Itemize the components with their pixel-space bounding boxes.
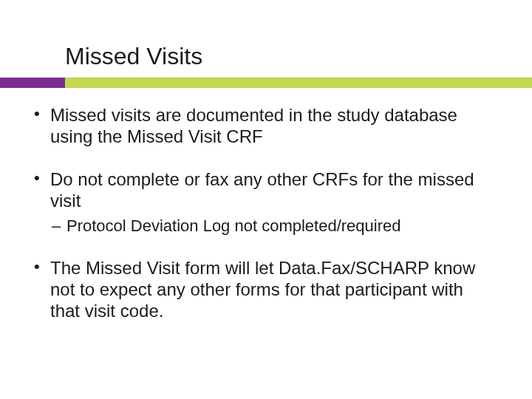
- content-area: Missed visits are documented in the stud…: [0, 88, 532, 321]
- bullet-item: Missed visits are documented in the stud…: [31, 104, 492, 148]
- accent-green: [65, 78, 532, 88]
- bullet-text: Do not complete or fax any other CRFs fo…: [50, 169, 474, 211]
- bullet-list: Missed visits are documented in the stud…: [31, 104, 492, 321]
- slide-title: Missed Visits: [65, 43, 532, 70]
- sub-item: Protocol Deviation Log not completed/req…: [50, 216, 492, 236]
- accent-bar: [0, 78, 532, 88]
- sub-text: Protocol Deviation Log not completed/req…: [66, 216, 401, 235]
- bullet-text: The Missed Visit form will let Data.Fax/…: [50, 258, 475, 321]
- bullet-item: Do not complete or fax any other CRFs fo…: [31, 168, 492, 236]
- bullet-text: Missed visits are documented in the stud…: [50, 105, 457, 146]
- accent-purple: [0, 78, 65, 88]
- bullet-item: The Missed Visit form will let Data.Fax/…: [31, 257, 492, 322]
- sub-list: Protocol Deviation Log not completed/req…: [50, 216, 492, 236]
- title-area: Missed Visits: [0, 0, 532, 75]
